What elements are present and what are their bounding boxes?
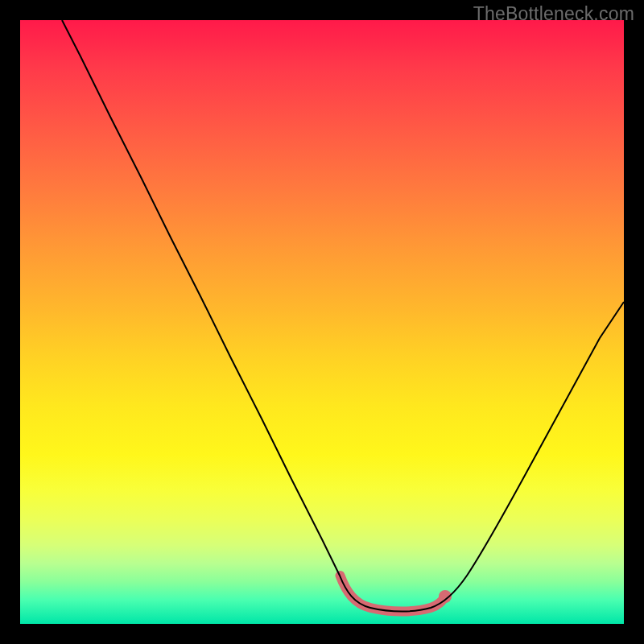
chart-frame: TheBottleneck.com <box>0 0 644 644</box>
plot-area <box>20 20 624 624</box>
optimal-range-highlight <box>341 576 444 612</box>
watermark-text: TheBottleneck.com <box>473 3 634 25</box>
bottleneck-curve <box>62 20 624 612</box>
chart-svg <box>20 20 624 624</box>
